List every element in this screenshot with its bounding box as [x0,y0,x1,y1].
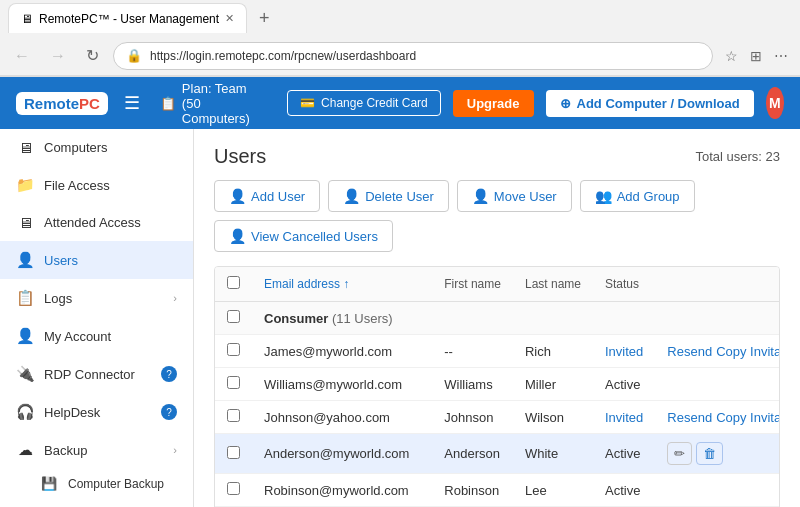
row-checkbox[interactable] [227,376,240,389]
delete-user-button[interactable]: 👤 Delete User [328,180,449,212]
sidebar-item-attended-access[interactable]: 🖥 Attended Access [0,204,193,241]
lastname-cell: Rich [513,335,593,368]
address-bar[interactable]: 🔒 https://login.remotepc.com/rpcnew/user… [113,42,713,70]
action-bar: 👤 Add User 👤 Delete User 👤 Move User 👥 A… [214,180,780,252]
url-display: https://login.remotepc.com/rpcnew/userda… [150,49,700,63]
row-checkbox-col [215,335,252,368]
sidebar-item-computer-backup[interactable]: 💾 Computer Backup [32,469,193,498]
sidebar-item-logs[interactable]: 📋 Logs › [0,279,193,317]
row-checkbox[interactable] [227,446,240,459]
email-cell: James@myworld.com [252,335,432,368]
cc-icon: 💳 [300,96,315,110]
view-cancelled-label: View Cancelled Users [251,229,378,244]
email-cell: Anderson@myworld.com [252,434,432,474]
actions-cell: ✏ 🗑 [655,434,780,474]
bookmark-icon[interactable]: ☆ [721,44,742,68]
sidebar-label-my-account: My Account [44,329,111,344]
row-checkbox[interactable] [227,482,240,495]
table-row: Williams@myworld.com Williams Miller Act… [215,368,780,401]
content-area: Users Total users: 23 👤 Add User 👤 Delet… [194,129,800,507]
copy-invitation-button[interactable]: Copy Invitation [716,344,780,359]
row-checkbox[interactable] [227,409,240,422]
sidebar-item-my-account[interactable]: 👤 My Account [0,317,193,355]
firstname-cell: Anderson [432,434,513,474]
add-user-button[interactable]: 👤 Add User [214,180,320,212]
email-col-header[interactable]: Email address ↑ [252,267,432,302]
move-user-icon: 👤 [472,188,489,204]
sidebar: 🖥 Computers 📁 File Access 🖥 Attended Acc… [0,129,194,507]
sidebar-item-helpdesk[interactable]: 🎧 HelpDesk ? [0,393,193,431]
reload-button[interactable]: ↻ [80,42,105,69]
group-label: Consumer (11 Users) [252,302,655,335]
sidebar-item-rdp-connector[interactable]: 🔌 RDP Connector ? [0,355,193,393]
group-row-consumer: Consumer (11 Users) ∧ [215,302,780,335]
new-tab-button[interactable]: + [251,4,278,33]
lastname-cell: Lee [513,474,593,507]
logo: RemotePC [16,92,108,115]
add-group-button[interactable]: 👥 Add Group [580,180,695,212]
move-user-button[interactable]: 👤 Move User [457,180,572,212]
add-user-label: Add User [251,189,305,204]
change-cc-button[interactable]: 💳 Change Credit Card [287,90,441,116]
forward-button[interactable]: → [44,43,72,69]
row-checkbox[interactable] [227,343,240,356]
resend-button[interactable]: Resend [667,410,712,425]
add-user-icon: 👤 [229,188,246,204]
helpdesk-icon: 🎧 [16,403,34,421]
sidebar-item-backup[interactable]: ☁ Backup › [0,431,193,469]
helpdesk-help-badge: ? [161,404,177,420]
backup-chevron: › [173,444,177,456]
group-count: (11 Users) [332,311,393,326]
select-all-col [215,267,252,302]
sidebar-label-backup: Backup [44,443,87,458]
delete-button[interactable]: 🗑 [696,442,723,465]
lastname-col-header: Last name [513,267,593,302]
row-checkbox-col [215,474,252,507]
page-title: Users [214,145,266,168]
users-icon: 👤 [16,251,34,269]
sidebar-label-helpdesk: HelpDesk [44,405,100,420]
app-header: RemotePC ☰ 📋 Plan: Team (50 Computers) 💳… [0,77,800,129]
sidebar-label-computer-backup: Computer Backup [68,477,164,491]
sidebar-item-google-workspace[interactable]: G Google Workspace [32,498,193,507]
tab-close-button[interactable]: ✕ [225,12,234,25]
view-cancelled-button[interactable]: 👤 View Cancelled Users [214,220,393,252]
resend-button[interactable]: Resend [667,344,712,359]
sidebar-label-file-access: File Access [44,178,110,193]
sidebar-label-users: Users [44,253,78,268]
menu-icon[interactable]: ⋯ [770,44,792,68]
upgrade-button[interactable]: Upgrade [453,90,534,117]
lastname-cell: White [513,434,593,474]
email-sort-label: Email address ↑ [264,277,349,291]
user-avatar[interactable]: M [766,87,784,119]
attended-access-icon: 🖥 [16,214,34,231]
edit-button[interactable]: ✏ [667,442,692,465]
computer-backup-icon: 💾 [40,476,58,491]
extensions-icon[interactable]: ⊞ [746,44,766,68]
status-cell: Active [593,474,655,507]
active-tab[interactable]: 🖥 RemotePC™ - User Management ✕ [8,3,247,33]
logo-area: RemotePC [16,92,108,115]
lastname-cell: Wilson [513,401,593,434]
sidebar-label-attended-access: Attended Access [44,215,141,230]
delete-user-icon: 👤 [343,188,360,204]
hamburger-menu[interactable]: ☰ [120,88,144,118]
file-access-icon: 📁 [16,176,34,194]
row-checkbox-col [215,401,252,434]
status-col-header: Status [593,267,655,302]
copy-invitation-button[interactable]: Copy Invitation [716,410,780,425]
sidebar-item-file-access[interactable]: 📁 File Access [0,166,193,204]
email-cell: Robinson@myworld.com [252,474,432,507]
add-computer-button[interactable]: ⊕ Add Computer / Download [546,90,754,117]
group-collapse-col[interactable]: ∧ [655,302,780,335]
logs-chevron: › [173,292,177,304]
back-button[interactable]: ← [8,43,36,69]
actions-col-header: ⬆ [655,267,780,302]
table-row: Robinson@myworld.com Robinson Lee Active [215,474,780,507]
group-checkbox[interactable] [227,310,240,323]
sidebar-item-computers[interactable]: 🖥 Computers [0,129,193,166]
select-all-checkbox[interactable] [227,276,240,289]
sidebar-item-users[interactable]: 👤 Users [0,241,193,279]
add-group-icon: 👥 [595,188,612,204]
group-checkbox-col [215,302,252,335]
